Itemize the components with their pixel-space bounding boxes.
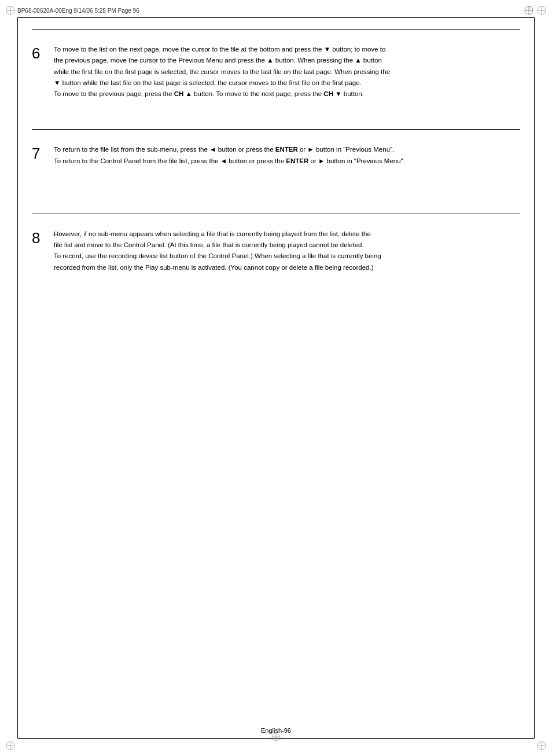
- section-number-8: 8: [32, 229, 49, 274]
- left-border: [17, 17, 18, 739]
- section-6-line-2: the previous page, move the cursor to th…: [54, 56, 520, 65]
- section-8: 8 However, if no sub-menu appears when s…: [32, 223, 520, 280]
- page-container: BP68-00620A-00Eng 9/14/06 5:28 PM Page 9…: [0, 0, 552, 756]
- corner-crosshair-br: [536, 740, 547, 751]
- section-text-8: However, if no sub-menu appears when sel…: [49, 229, 520, 274]
- section-6-line-4: ▼ button while the last file on the last…: [54, 78, 520, 88]
- section-7: 7 To return to the file list from the su…: [32, 139, 520, 179]
- header-crosshair: [523, 5, 535, 16]
- section-text-7: To return to the file list from the sub-…: [49, 145, 520, 167]
- section-6-line-1: To move to the list on the next page, mo…: [54, 45, 520, 54]
- bottom-center-crosshair: [270, 731, 282, 744]
- section-number-7: 7: [32, 145, 49, 167]
- content-area: 6 To move to the list on the next page, …: [32, 29, 520, 727]
- header-text: BP68-00620A-00Eng 9/14/06 5:28 PM Page 9…: [17, 8, 139, 14]
- right-border: [534, 17, 535, 739]
- section-number-6: 6: [32, 45, 49, 100]
- corner-crosshair-tr: [536, 5, 547, 16]
- section-7-line-1: To return to the file list from the sub-…: [54, 145, 520, 155]
- section-text-6: To move to the list on the next page, mo…: [49, 45, 520, 100]
- divider-8: [32, 214, 520, 214]
- section-8-line-2: file list and move to the Control Panel.…: [54, 240, 520, 250]
- section-6-line-5: To move to the previous page, press the …: [54, 89, 520, 99]
- divider-7: [32, 129, 520, 130]
- section-8-line-1: However, if no sub-menu appears when sel…: [54, 229, 520, 239]
- section-8-line-3: To record, use the recording device list…: [54, 251, 520, 261]
- section-6-line-3: while the first file on the first page i…: [54, 67, 520, 77]
- top-border: [17, 17, 535, 18]
- corner-crosshair-bl: [5, 740, 16, 751]
- section-8-line-4: recorded from the list, only the Play su…: [54, 263, 520, 273]
- corner-crosshair-tl: [5, 5, 16, 16]
- section-6: 6 To move to the list on the next page, …: [32, 39, 520, 112]
- section-7-line-2: To return to the Control Panel from the …: [54, 156, 520, 166]
- divider-6: [32, 29, 520, 30]
- header-bar: BP68-00620A-00Eng 9/14/06 5:28 PM Page 9…: [17, 5, 535, 16]
